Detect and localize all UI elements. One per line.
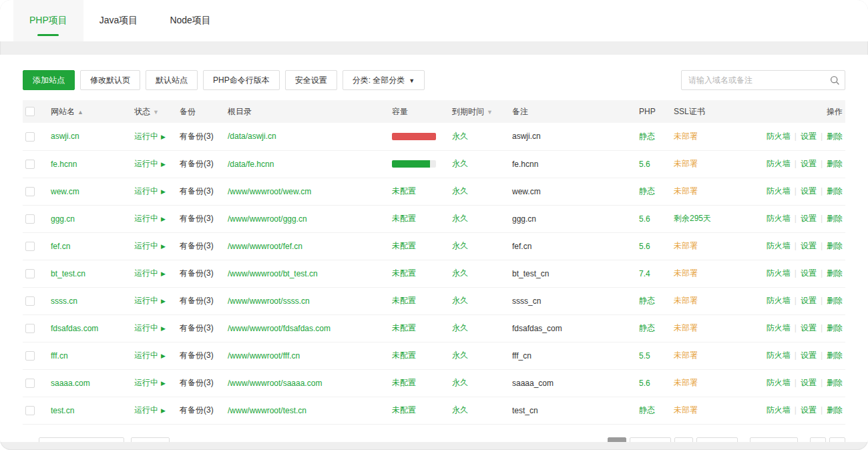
tab-node[interactable]: Node项目	[154, 0, 226, 41]
site-name-link[interactable]: bt_test.cn	[51, 269, 85, 278]
tab-php[interactable]: PHP项目	[13, 0, 83, 41]
php-version-link[interactable]: 5.6	[639, 242, 650, 251]
toolbar-button-2[interactable]: PHP命令行版本	[203, 70, 280, 90]
ssl-status-link[interactable]: 未部署	[674, 351, 698, 360]
action-delete-link[interactable]: 删除	[827, 378, 843, 387]
site-name-link[interactable]: ssss.cn	[51, 296, 77, 306]
action-firewall-link[interactable]: 防火墙	[767, 186, 791, 196]
site-name-link[interactable]: fff.cn	[51, 351, 68, 361]
php-version-link[interactable]: 5.6	[639, 160, 650, 169]
row-checkbox[interactable]	[25, 269, 35, 278]
toolbar-button-0[interactable]: 修改默认页	[80, 70, 140, 90]
action-firewall-link[interactable]: 防火墙	[767, 241, 791, 250]
expire-link[interactable]: 永久	[452, 241, 468, 250]
site-name-link[interactable]: fef.cn	[51, 242, 70, 251]
action-settings-link[interactable]: 设置	[801, 351, 817, 360]
root-path-link[interactable]: /www/wwwroot/saaaa.com	[228, 379, 322, 388]
expire-link[interactable]: 永久	[452, 323, 468, 332]
search-input[interactable]	[682, 75, 825, 85]
action-firewall-link[interactable]: 防火墙	[767, 378, 791, 387]
root-path-link[interactable]: /www/wwwroot/ssss.cn	[228, 296, 310, 306]
php-version-link[interactable]: 静态	[639, 405, 655, 415]
ssl-status-link[interactable]: 未部署	[674, 132, 698, 141]
status-label[interactable]: 运行中	[134, 351, 158, 360]
php-version-link[interactable]: 静态	[639, 323, 655, 332]
backup-link[interactable]: 有备份(3)	[180, 323, 214, 332]
row-checkbox[interactable]	[25, 379, 35, 388]
action-firewall-link[interactable]: 防火墙	[767, 351, 791, 360]
expire-link[interactable]: 永久	[452, 296, 468, 305]
backup-link[interactable]: 有备份(3)	[180, 186, 214, 196]
backup-link[interactable]: 有备份(3)	[180, 268, 214, 278]
bulk-apply-button[interactable]	[131, 437, 170, 442]
php-version-link[interactable]: 5.6	[639, 214, 650, 224]
status-label[interactable]: 运行中	[134, 296, 158, 305]
site-name-link[interactable]: wew.cm	[51, 187, 79, 196]
row-checkbox[interactable]	[25, 187, 35, 196]
root-path-link[interactable]: /data/fe.hcnn	[228, 160, 274, 169]
root-path-link[interactable]: /www/wwwroot/wew.cm	[228, 187, 311, 196]
expire-link[interactable]: 永久	[452, 132, 468, 141]
backup-link[interactable]: 有备份(3)	[180, 378, 214, 387]
site-name-link[interactable]: test.cn	[51, 406, 74, 415]
row-checkbox[interactable]	[25, 242, 35, 251]
ssl-status-link[interactable]: 未部署	[674, 405, 698, 415]
tab-java[interactable]: Java项目	[83, 0, 154, 41]
row-checkbox[interactable]	[25, 406, 35, 415]
status-label[interactable]: 运行中	[134, 214, 158, 223]
sort-asc-icon[interactable]: ▲	[77, 109, 83, 116]
ssl-status-link[interactable]: 未部署	[674, 186, 698, 196]
expire-link[interactable]: 永久	[452, 186, 468, 196]
status-label[interactable]: 运行中	[134, 405, 158, 415]
backup-link[interactable]: 有备份(3)	[180, 296, 214, 305]
expire-link[interactable]: 永久	[452, 268, 468, 278]
action-settings-link[interactable]: 设置	[801, 186, 817, 196]
action-settings-link[interactable]: 设置	[801, 405, 817, 415]
action-firewall-link[interactable]: 防火墙	[767, 214, 791, 223]
site-name-link[interactable]: ggg.cn	[51, 214, 75, 224]
backup-link[interactable]: 有备份(3)	[180, 241, 214, 250]
action-firewall-link[interactable]: 防火墙	[767, 296, 791, 305]
filter-icon[interactable]: ▼	[153, 109, 159, 116]
php-version-link[interactable]: 静态	[639, 132, 655, 141]
php-version-link[interactable]: 5.5	[639, 351, 650, 361]
row-checkbox[interactable]	[25, 351, 35, 361]
action-delete-link[interactable]: 删除	[827, 186, 843, 196]
action-delete-link[interactable]: 删除	[827, 405, 843, 415]
action-delete-link[interactable]: 删除	[827, 268, 843, 278]
action-settings-link[interactable]: 设置	[801, 214, 817, 223]
expire-link[interactable]: 永久	[452, 214, 468, 223]
php-version-link[interactable]: 静态	[639, 296, 655, 305]
refresh-button[interactable]	[810, 437, 826, 442]
root-path-link[interactable]: /www/wwwroot/ggg.cn	[228, 214, 307, 224]
bulk-action-select[interactable]	[39, 437, 124, 442]
capacity-link[interactable]: 未配置	[392, 405, 416, 415]
row-checkbox[interactable]	[25, 214, 35, 224]
ssl-status-link[interactable]: 未部署	[674, 296, 698, 305]
action-firewall-link[interactable]: 防火墙	[767, 405, 791, 415]
filter-icon[interactable]: ▼	[487, 109, 493, 116]
capacity-link[interactable]: 未配置	[392, 214, 416, 223]
expire-link[interactable]: 永久	[452, 351, 468, 360]
capacity-link[interactable]: 未配置	[392, 241, 416, 250]
root-path-link[interactable]: /www/wwwroot/test.cn	[228, 406, 306, 415]
ssl-status-link[interactable]: 未部署	[674, 378, 698, 387]
page-prev-button[interactable]	[630, 437, 671, 442]
status-label[interactable]: 运行中	[134, 186, 158, 196]
action-settings-link[interactable]: 设置	[801, 296, 817, 305]
site-name-link[interactable]: fdsafdas.com	[51, 324, 98, 333]
backup-link[interactable]: 有备份(3)	[180, 214, 214, 223]
status-label[interactable]: 运行中	[134, 241, 158, 250]
action-delete-link[interactable]: 删除	[827, 296, 843, 305]
status-label[interactable]: 运行中	[134, 159, 158, 168]
capacity-link[interactable]: 未配置	[392, 186, 416, 196]
root-path-link[interactable]: /www/wwwroot/fef.cn	[228, 242, 302, 251]
capacity-bar[interactable]	[392, 133, 436, 140]
page-button-active[interactable]	[608, 437, 626, 442]
search-icon[interactable]	[825, 75, 845, 85]
action-delete-link[interactable]: 删除	[827, 241, 843, 250]
action-firewall-link[interactable]: 防火墙	[767, 268, 791, 278]
ssl-status-link[interactable]: 剩余295天	[674, 214, 711, 223]
action-settings-link[interactable]: 设置	[801, 378, 817, 387]
action-delete-link[interactable]: 删除	[827, 323, 843, 332]
